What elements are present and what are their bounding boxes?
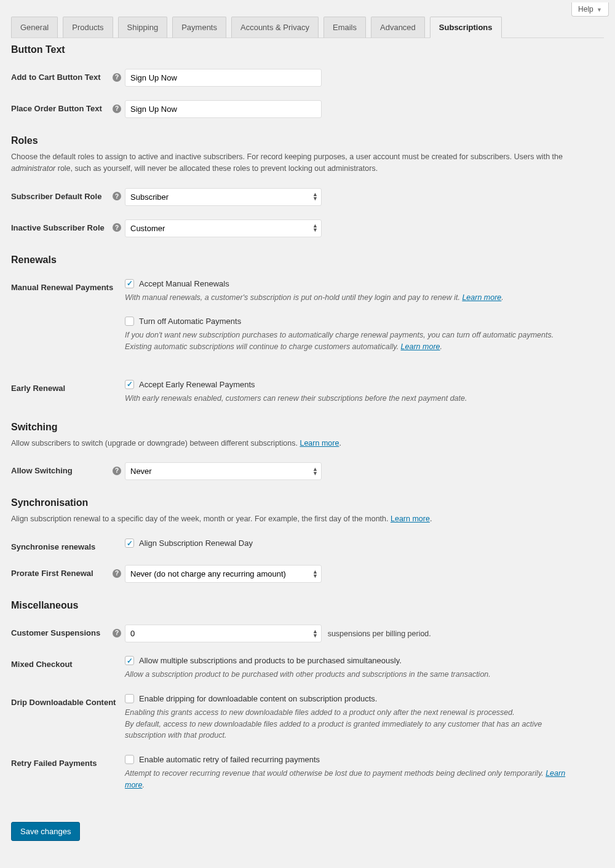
retry-label: Retry Failed Payments [11,759,97,768]
drip-desc: Enabling this grants access to new downl… [125,707,568,741]
accept-early-renewal-checkbox[interactable] [125,380,134,389]
place-order-input[interactable] [125,100,322,118]
help-icon[interactable]: ? [113,192,121,200]
section-button-text-title: Button Text [11,44,604,55]
section-roles-title: Roles [11,135,604,146]
tab-general[interactable]: General [11,17,58,38]
retry-check-label: Enable automatic retry of failed recurri… [139,755,320,764]
tab-emails[interactable]: Emails [323,17,366,38]
tab-subscriptions[interactable]: Subscriptions [430,17,502,38]
prorate-select[interactable]: Never (do not charge any recurring amoun… [125,565,322,583]
turn-off-auto-label: Turn off Automatic Payments [139,317,241,326]
mixed-checkout-label: Mixed Checkout [11,660,73,669]
help-icon[interactable]: ? [113,569,121,578]
default-role-select[interactable]: Subscriber [125,188,322,206]
turn-off-auto-checkbox[interactable] [125,317,134,326]
learn-more-link[interactable]: Learn more [300,439,339,448]
settings-tabs: GeneralProductsShippingPaymentsAccounts … [11,17,604,38]
allow-switching-label: Allow Switching [11,466,73,475]
turn-off-auto-desc: If you don't want new subscription purch… [125,329,568,353]
tab-products[interactable]: Products [63,17,113,38]
mixed-checkout-checkbox[interactable] [125,656,134,665]
manual-renewal-label: Manual Renewal Payments [11,283,113,292]
help-label: Help [578,5,593,14]
early-renewal-desc: With early renewals enabled, customers c… [125,393,568,404]
learn-more-link[interactable]: Learn more [391,515,430,523]
mixed-checkout-desc: Allow a subscription product to be purch… [125,669,568,681]
early-renewal-label: Early Renewal [11,384,65,393]
tab-shipping[interactable]: Shipping [118,17,168,38]
roles-description: Choose the default roles to assign to ac… [11,151,604,175]
align-renewal-label: Align Subscription Renewal Day [139,539,253,548]
default-role-label: Subscriber Default Role [11,192,101,201]
section-renewals-title: Renewals [11,254,604,266]
add-to-cart-input[interactable] [125,69,322,87]
section-switching-title: Switching [11,422,604,433]
suspensions-suffix: suspensions per billing period. [328,629,431,638]
place-order-label: Place Order Button Text [11,104,102,113]
inactive-role-select[interactable]: Customer [125,219,322,237]
switching-desc: Allow subscribers to switch (upgrade or … [11,438,604,449]
learn-more-link[interactable]: Learn more [401,342,440,351]
help-icon[interactable]: ? [113,73,121,82]
section-sync-title: Synchronisation [11,497,604,508]
retry-checkbox[interactable] [125,755,134,764]
retry-desc: Attempt to recover recurring revenue tha… [125,768,568,791]
number-spinner-icon[interactable]: ▲▼ [312,629,318,638]
sync-desc: Align subscription renewal to a specific… [11,513,604,525]
tab-accounts-privacy[interactable]: Accounts & Privacy [231,17,319,38]
help-dropdown[interactable]: Help ▼ [571,2,609,17]
learn-more-link[interactable]: Learn more [462,293,501,302]
accept-manual-renewals-label: Accept Manual Renewals [139,279,229,288]
suspensions-label: Customer Suspensions [11,628,100,637]
add-to-cart-label: Add to Cart Button Text [11,73,101,82]
drip-checkbox[interactable] [125,694,134,703]
help-icon[interactable]: ? [113,629,121,637]
manual-renewal-desc: With manual renewals, a customer's subsc… [125,292,568,304]
help-icon[interactable]: ? [113,105,121,113]
help-icon[interactable]: ? [113,223,121,232]
allow-switching-select[interactable]: Never [125,462,322,480]
mixed-checkout-check-label: Allow multiple subscriptions and product… [139,656,402,665]
drip-check-label: Enable dripping for downloadable content… [139,694,377,703]
accept-early-renewal-label: Accept Early Renewal Payments [139,380,255,389]
help-icon[interactable]: ? [113,467,121,475]
suspensions-input[interactable] [125,625,322,642]
align-renewal-checkbox[interactable] [125,539,134,548]
chevron-down-icon: ▼ [597,7,602,13]
prorate-label: Prorate First Renewal [11,569,93,578]
tab-payments[interactable]: Payments [172,17,226,38]
tab-advanced[interactable]: Advanced [371,17,425,38]
inactive-role-label: Inactive Subscriber Role [11,223,105,232]
accept-manual-renewals-checkbox[interactable] [125,279,134,288]
sync-renewals-label: Synchronise renewals [11,542,95,551]
drip-label: Drip Downloadable Content [11,698,116,707]
section-misc-title: Miscellaneous [11,600,604,611]
save-changes-button[interactable]: Save changes [11,822,80,841]
